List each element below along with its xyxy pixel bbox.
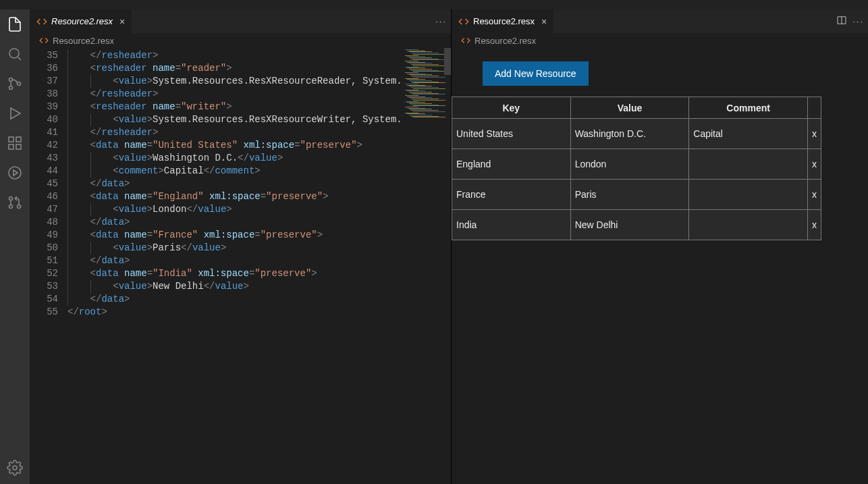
svg-point-15 (13, 466, 17, 470)
tab-bar-right: Resource2.resx × ··· (452, 9, 868, 33)
editor-group-source: Resource2.resx × ··· Resource2.resx 3536… (30, 9, 452, 484)
testing-icon[interactable] (5, 163, 24, 182)
breadcrumb-label: Resource2.resx (474, 36, 536, 46)
delete-row-button[interactable]: x (807, 210, 821, 240)
editor-group-preview: Resource2.resx × ··· Resource2.resx Add … (452, 9, 868, 484)
cell-comment[interactable] (689, 180, 808, 210)
svg-point-2 (9, 78, 13, 82)
table-header-row: Key Value Comment (452, 97, 821, 119)
settings-icon[interactable] (0, 458, 30, 477)
cell-key[interactable]: England (452, 149, 571, 180)
explorer-icon[interactable] (5, 15, 24, 34)
extensions-icon[interactable] (5, 134, 24, 153)
editor-more-actions-icon[interactable]: ··· (852, 16, 864, 26)
cell-comment[interactable] (689, 210, 808, 240)
svg-point-14 (18, 205, 21, 209)
header-delete (807, 97, 821, 119)
code-editor[interactable]: 3536373839404142434445464748495051525354… (30, 48, 451, 484)
delete-row-button[interactable]: x (807, 119, 821, 149)
svg-point-0 (9, 49, 19, 58)
cell-key[interactable]: France (452, 180, 571, 210)
svg-marker-5 (11, 108, 20, 119)
tab-resource2-source[interactable]: Resource2.resx × (30, 9, 132, 33)
cell-comment[interactable]: Capital (689, 119, 808, 149)
tab-label: Resource2.resx (473, 16, 535, 26)
pull-requests-icon[interactable] (5, 193, 24, 212)
add-new-resource-button[interactable]: Add New Resource (483, 61, 589, 86)
line-number-gutter: 3536373839404142434445464748495051525354… (30, 48, 67, 484)
search-icon[interactable] (5, 45, 24, 63)
breadcrumb-label: Resource2.resx (53, 36, 114, 46)
svg-rect-9 (16, 144, 21, 149)
delete-row-button[interactable]: x (807, 180, 821, 210)
resource-table: Key Value Comment United StatesWashingto… (452, 97, 821, 240)
menubar (0, 0, 868, 9)
close-tab-icon[interactable]: × (539, 16, 547, 27)
header-key: Key (452, 97, 571, 119)
activity-bar (0, 9, 30, 484)
editor-area: Resource2.resx × ··· Resource2.resx 3536… (30, 9, 868, 484)
cell-key[interactable]: India (452, 210, 571, 240)
cell-value[interactable]: New Delhi (570, 210, 689, 240)
tab-resource2-preview[interactable]: Resource2.resx × (452, 9, 554, 33)
code-content[interactable]: </resheader> <resheader name="reader"> <… (67, 48, 451, 484)
vertical-scrollbar[interactable] (444, 48, 451, 484)
cell-key[interactable]: United States (452, 119, 571, 149)
svg-marker-11 (13, 170, 18, 176)
table-row: EnglandLondonx (452, 149, 821, 180)
editor-more-actions-icon[interactable]: ··· (435, 16, 447, 26)
svg-rect-7 (16, 137, 21, 142)
breadcrumb-right[interactable]: Resource2.resx (452, 33, 868, 48)
cell-value[interactable]: Washington D.C. (570, 119, 689, 149)
table-row: IndiaNew Delhix (452, 210, 821, 240)
breadcrumb-left[interactable]: Resource2.resx (30, 33, 451, 48)
xml-file-icon (36, 16, 47, 27)
source-control-icon[interactable] (5, 74, 24, 93)
tab-bar-left: Resource2.resx × ··· (30, 9, 451, 33)
header-value: Value (570, 97, 689, 119)
xml-file-icon (458, 16, 469, 27)
svg-line-1 (18, 57, 22, 61)
xml-file-icon (39, 36, 49, 45)
xml-file-icon (461, 36, 470, 45)
tab-label: Resource2.resx (51, 16, 113, 26)
cell-value[interactable]: London (570, 149, 689, 180)
svg-point-10 (9, 167, 21, 179)
delete-row-button[interactable]: x (807, 149, 821, 180)
table-row: FranceParisx (452, 180, 821, 210)
svg-rect-6 (9, 137, 13, 142)
cell-value[interactable]: Paris (570, 180, 689, 210)
header-comment: Comment (689, 97, 808, 119)
svg-point-3 (9, 86, 13, 90)
run-debug-icon[interactable] (5, 104, 24, 123)
svg-rect-8 (9, 144, 13, 149)
cell-comment[interactable] (689, 149, 808, 180)
resx-preview: Add New Resource Key Value Comment Unite… (452, 48, 868, 484)
table-row: United StatesWashington D.C.Capitalx (452, 119, 821, 149)
svg-point-13 (9, 205, 13, 209)
split-editor-icon[interactable] (836, 15, 847, 28)
close-tab-icon[interactable]: × (117, 16, 125, 27)
svg-point-12 (9, 197, 13, 200)
